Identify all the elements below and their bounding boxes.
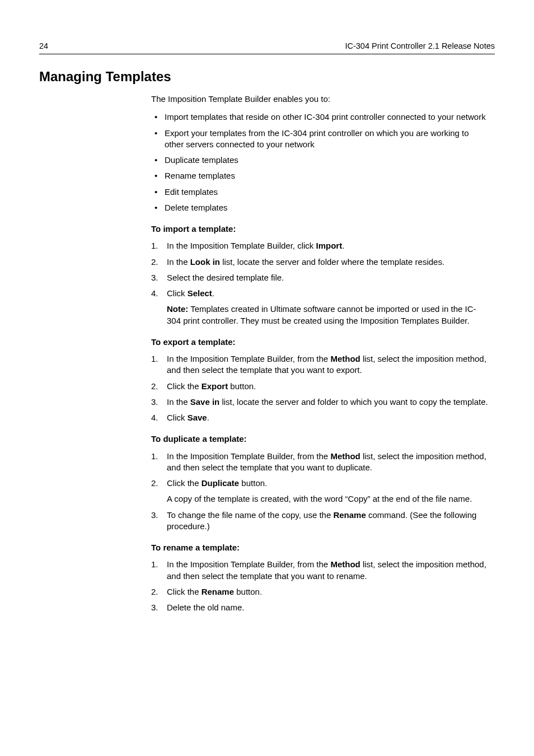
text: . bbox=[342, 241, 344, 250]
bold: Look in bbox=[190, 257, 220, 267]
step: Click Select. Note: Templates created in… bbox=[151, 288, 489, 326]
content: The Imposition Template Builder enables … bbox=[151, 94, 489, 613]
bold: Import bbox=[316, 241, 343, 250]
export-heading: To export a template: bbox=[151, 337, 489, 348]
step: In the Imposition Template Builder, from… bbox=[151, 353, 489, 376]
text: button. bbox=[234, 587, 262, 596]
bold: Method bbox=[330, 559, 360, 569]
list-item: Import templates that reside on other IC… bbox=[151, 111, 489, 123]
bold: Duplicate bbox=[202, 478, 240, 488]
bold: Method bbox=[330, 354, 360, 363]
duplicate-heading: To duplicate a template: bbox=[151, 433, 489, 445]
step: Click the Export button. bbox=[151, 381, 489, 392]
bold: Export bbox=[202, 381, 228, 391]
rename-heading: To rename a template: bbox=[151, 542, 489, 553]
text: . bbox=[207, 413, 209, 422]
step: Select the desired template file. bbox=[151, 272, 489, 283]
bold: Rename bbox=[202, 587, 234, 596]
import-steps: In the Imposition Template Builder, clic… bbox=[151, 240, 489, 326]
step-note: A copy of the template is created, with … bbox=[167, 493, 489, 505]
page-number: 24 bbox=[39, 41, 48, 50]
text: button. bbox=[239, 478, 267, 488]
step: In the Imposition Template Builder, from… bbox=[151, 451, 489, 474]
bold: Save bbox=[188, 413, 207, 422]
bold: Method bbox=[330, 451, 360, 461]
text: To change the file name of the copy, use… bbox=[167, 510, 333, 520]
rename-steps: In the Imposition Template Builder, from… bbox=[151, 559, 489, 613]
step: In the Imposition Template Builder, from… bbox=[151, 559, 489, 582]
text: Click the bbox=[167, 381, 202, 391]
text: In the Imposition Template Builder, from… bbox=[167, 354, 330, 363]
bold: Select bbox=[188, 288, 212, 298]
note: Note: Templates created in Ultimate soft… bbox=[167, 304, 489, 326]
step: Click the Duplicate button. A copy of th… bbox=[151, 478, 489, 505]
text: Click the bbox=[167, 478, 202, 488]
text: In the Imposition Template Builder, clic… bbox=[167, 241, 316, 250]
text: Click bbox=[167, 413, 188, 422]
step: Delete the old name. bbox=[151, 602, 489, 613]
list-item: Delete templates bbox=[151, 202, 489, 213]
text: In the bbox=[167, 397, 190, 407]
list-item: Duplicate templates bbox=[151, 155, 489, 166]
text: In the Imposition Template Builder, from… bbox=[167, 559, 330, 569]
list-item: Rename templates bbox=[151, 170, 489, 181]
text: Click bbox=[167, 288, 188, 298]
page-header: 24 IC-304 Print Controller 2.1 Release N… bbox=[39, 41, 495, 54]
duplicate-steps: In the Imposition Template Builder, from… bbox=[151, 451, 489, 533]
text: list, locate the server and folder where… bbox=[220, 257, 444, 267]
text: Click the bbox=[167, 587, 202, 596]
capabilities-list: Import templates that reside on other IC… bbox=[151, 111, 489, 213]
page: 24 IC-304 Print Controller 2.1 Release N… bbox=[0, 0, 534, 756]
text: list, locate the server and folder to wh… bbox=[219, 397, 488, 407]
section-heading: Managing Templates bbox=[39, 69, 534, 85]
text: . bbox=[212, 288, 214, 298]
text: button. bbox=[228, 381, 256, 391]
note-label: Note: bbox=[167, 304, 188, 314]
list-item: Edit templates bbox=[151, 186, 489, 198]
export-steps: In the Imposition Template Builder, from… bbox=[151, 353, 489, 423]
text: In the bbox=[167, 257, 190, 267]
step: Click the Rename button. bbox=[151, 586, 489, 598]
step: In the Look in list, locate the server a… bbox=[151, 256, 489, 268]
bold: Save in bbox=[190, 397, 220, 407]
note-body: Templates created in Ultimate software c… bbox=[167, 304, 476, 325]
step: To change the file name of the copy, use… bbox=[151, 510, 489, 533]
bold: Rename bbox=[333, 510, 366, 520]
text: In the Imposition Template Builder, from… bbox=[167, 451, 330, 461]
step: Click Save. bbox=[151, 412, 489, 423]
document-title: IC-304 Print Controller 2.1 Release Note… bbox=[345, 41, 495, 50]
step: In the Imposition Template Builder, clic… bbox=[151, 240, 489, 251]
import-heading: To import a template: bbox=[151, 223, 489, 235]
list-item: Export your templates from the IC-304 pr… bbox=[151, 128, 489, 151]
step: In the Save in list, locate the server a… bbox=[151, 396, 489, 408]
intro-text: The Imposition Template Builder enables … bbox=[151, 94, 489, 105]
